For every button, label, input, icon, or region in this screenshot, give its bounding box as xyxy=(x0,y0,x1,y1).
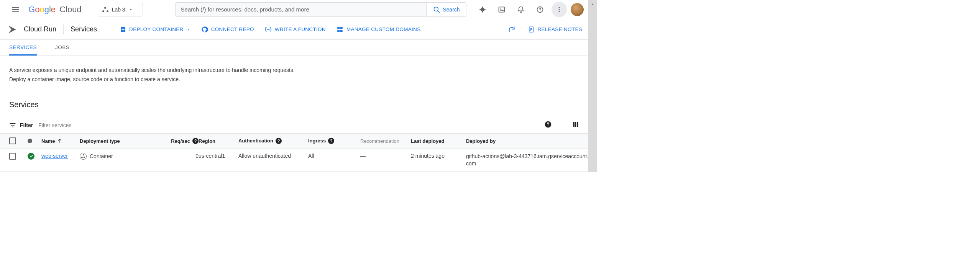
column-ingress-label: Ingress xyxy=(308,138,326,144)
more-options-button[interactable] xyxy=(552,2,567,17)
service-name-link[interactable]: web-server xyxy=(41,153,68,159)
google-cloud-logo[interactable]: Google Cloud xyxy=(28,5,82,15)
svg-rect-21 xyxy=(577,122,578,127)
svg-rect-13 xyxy=(340,27,343,29)
column-last-deployed[interactable]: Last deployed xyxy=(411,138,466,144)
release-notes-label: RELEASE NOTES xyxy=(538,26,582,32)
global-header: Google Cloud Lab 3 Search xyxy=(0,0,588,19)
separator xyxy=(63,25,64,34)
manage-domains-label: MANAGE CUSTOM DOMAINS xyxy=(346,26,421,32)
help-icon[interactable]: ? xyxy=(328,138,334,144)
cloud-shell-button[interactable] xyxy=(494,2,509,17)
browser-scrollbar[interactable] xyxy=(588,0,597,172)
cloud-run-icon xyxy=(6,23,18,36)
account-avatar[interactable] xyxy=(571,3,584,16)
svg-point-7 xyxy=(559,11,560,12)
container-icon xyxy=(80,153,87,160)
refresh-icon xyxy=(508,26,515,33)
bell-icon xyxy=(517,6,525,13)
svg-point-4 xyxy=(540,11,540,11)
write-function-button[interactable]: WRITE A FUNCTION xyxy=(265,26,326,33)
tabs: SERVICES JOBS xyxy=(0,40,588,56)
cell-authentication: Allow unauthenticated xyxy=(238,153,308,159)
search-button-label: Search xyxy=(443,7,460,13)
project-picker[interactable]: Lab 3 xyxy=(98,3,143,16)
column-authentication[interactable]: Authentication? xyxy=(238,138,308,144)
row-checkbox[interactable] xyxy=(9,153,16,160)
cell-last-deployed: 2 minutes ago xyxy=(411,153,466,159)
filter-icon xyxy=(9,122,16,129)
manage-domains-button[interactable]: MANAGE CUSTOM DOMAINS xyxy=(337,26,421,33)
filter-label: Filter xyxy=(20,122,33,128)
header-utilities xyxy=(475,2,584,17)
refresh-button[interactable] xyxy=(505,23,519,36)
svg-rect-14 xyxy=(337,30,340,32)
table-header: Name Deployment type Req/sec? Region Aut… xyxy=(0,134,588,149)
notifications-button[interactable] xyxy=(513,2,529,17)
help-icon[interactable]: ? xyxy=(276,138,282,144)
help-icon[interactable]: ? xyxy=(192,138,199,144)
filter-input[interactable] xyxy=(33,122,544,128)
cell-deployed-by: github-actions@lab-3-443716.iam.gservice… xyxy=(466,153,589,168)
deploy-container-label: DEPLOY CONTAINER xyxy=(129,26,184,32)
column-req-sec[interactable]: Req/sec? xyxy=(156,138,199,144)
function-icon xyxy=(265,26,272,33)
column-name[interactable]: Name xyxy=(41,138,80,144)
global-search: Search xyxy=(175,2,466,17)
hamburger-icon xyxy=(11,5,20,14)
help-icon xyxy=(536,6,544,13)
svg-point-9 xyxy=(267,29,268,29)
kebab-icon xyxy=(556,6,563,13)
column-name-label: Name xyxy=(41,138,55,144)
action-bar-right: RELEASE NOTES xyxy=(505,23,582,36)
connect-repo-button[interactable]: CONNECT REPO xyxy=(201,26,254,33)
terminal-icon xyxy=(498,6,506,13)
github-icon xyxy=(201,26,208,33)
column-recommendation[interactable]: Recommendation xyxy=(360,138,411,144)
svg-point-18 xyxy=(548,126,548,126)
svg-rect-2 xyxy=(499,7,505,12)
main-content: A service exposes a unique endpoint and … xyxy=(0,56,588,172)
search-button[interactable]: Search xyxy=(426,3,466,16)
svg-point-6 xyxy=(559,9,560,10)
filter-help-button[interactable] xyxy=(544,121,552,129)
caret-down-icon xyxy=(187,28,190,31)
section-title: Services xyxy=(9,100,579,109)
svg-rect-12 xyxy=(337,27,340,29)
select-all-checkbox[interactable] xyxy=(9,137,16,144)
column-deployment-type[interactable]: Deployment type xyxy=(80,138,156,144)
project-icon xyxy=(102,6,109,13)
nav-menu-button[interactable] xyxy=(8,2,23,17)
table-row: web-server Container 0 us-central1 Allow… xyxy=(0,149,588,172)
connect-repo-label: CONNECT REPO xyxy=(211,26,254,32)
description-line1: A service exposes a unique endpoint and … xyxy=(9,66,579,75)
column-deployed-by[interactable]: Deployed by xyxy=(466,138,589,144)
cell-region: us-central1 xyxy=(199,153,238,159)
status-ok-icon xyxy=(28,153,34,160)
sparkle-icon xyxy=(478,5,487,14)
svg-rect-15 xyxy=(340,30,343,32)
tab-jobs[interactable]: JOBS xyxy=(55,40,69,56)
search-icon xyxy=(433,6,440,13)
description-line2: Deploy a container image, source code or… xyxy=(9,75,579,84)
product-header: Cloud Run Services DEPLOY CONTAINER CONN… xyxy=(0,19,588,40)
column-region[interactable]: Region xyxy=(199,138,238,144)
gemini-button[interactable] xyxy=(475,2,490,17)
column-ingress[interactable]: Ingress? xyxy=(308,138,360,144)
column-req-sec-label: Req/sec xyxy=(171,138,190,144)
column-display-button[interactable] xyxy=(572,121,579,129)
filter-label-group: Filter xyxy=(9,122,33,129)
domains-icon xyxy=(337,26,343,33)
release-notes-button[interactable]: RELEASE NOTES xyxy=(528,26,582,33)
help-button[interactable] xyxy=(532,2,548,17)
cell-ingress: All xyxy=(308,153,360,159)
product-name: Cloud Run xyxy=(24,25,56,33)
page-title: Services xyxy=(71,25,97,33)
search-input[interactable] xyxy=(176,3,427,16)
cell-req-sec: 0 xyxy=(156,153,199,159)
deploy-container-button[interactable]: DEPLOY CONTAINER xyxy=(120,26,190,33)
svg-point-10 xyxy=(268,29,269,29)
cell-recommendation: — xyxy=(360,153,411,159)
tab-services[interactable]: SERVICES xyxy=(9,40,37,56)
columns-icon xyxy=(572,121,579,128)
